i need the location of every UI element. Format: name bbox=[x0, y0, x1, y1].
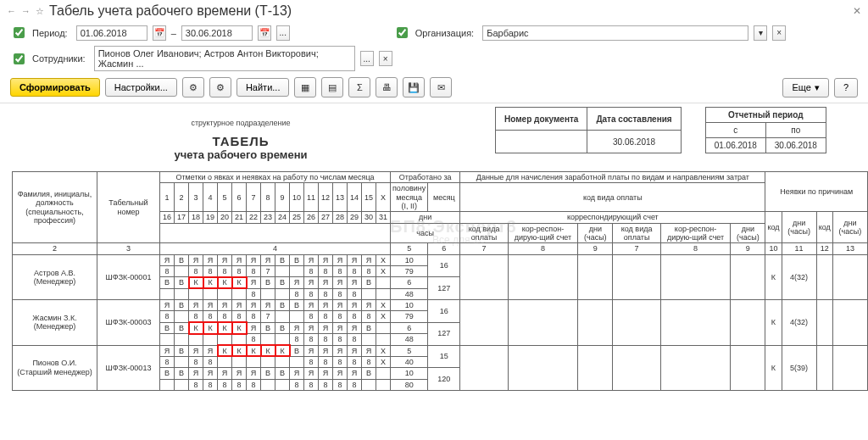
date-more-icon[interactable]: ... bbox=[276, 25, 290, 41]
settings-minus-icon[interactable]: ⚙ bbox=[209, 77, 231, 97]
find-button[interactable]: Найти... bbox=[236, 78, 290, 97]
settings-plus-icon[interactable]: ⚙ bbox=[182, 77, 204, 97]
day-cell: Я bbox=[189, 254, 203, 265]
day-cell: Я bbox=[160, 254, 175, 265]
mail-icon[interactable]: ✉ bbox=[430, 77, 452, 97]
day-cell: Я bbox=[333, 277, 348, 288]
day-cell bbox=[189, 288, 203, 299]
settings-button[interactable]: Настройки... bbox=[105, 78, 177, 97]
abs-code-cell2 bbox=[816, 300, 832, 345]
org-checkbox[interactable] bbox=[397, 27, 408, 38]
day-cell: Я bbox=[319, 300, 333, 311]
day-cell: Я bbox=[218, 368, 232, 379]
emp-input[interactable]: Пионов Олег Иванович; Астров Антон Викто… bbox=[94, 46, 355, 71]
day-cell bbox=[376, 322, 391, 333]
day-cell: Я bbox=[362, 254, 376, 265]
title-bar: ← → ☆ Табель учета рабочего времени (Т-1… bbox=[0, 0, 868, 22]
day-header: 8 bbox=[261, 183, 275, 212]
day-cell: К bbox=[232, 322, 247, 333]
expand-icon[interactable]: ▦ bbox=[294, 77, 316, 97]
doc-meta-table: Номер документаДата составления 30.06.20… bbox=[495, 107, 682, 153]
abs-val-cell: 4(32) bbox=[782, 254, 816, 299]
day-cell bbox=[261, 288, 275, 299]
emp-name: Пионов О.И. (Старший менеджер) bbox=[13, 345, 97, 390]
day-cell: 8 bbox=[362, 311, 376, 322]
org-dropdown-icon[interactable]: ▾ bbox=[754, 25, 767, 41]
abs-code-cell: К bbox=[765, 345, 782, 390]
colnum: 4 bbox=[160, 243, 391, 254]
period-meta-table: Отчетный период спо 01.06.201830.06.2018 bbox=[705, 107, 826, 153]
calendar-from-icon[interactable]: 📅 bbox=[153, 25, 166, 41]
day-cell bbox=[261, 356, 275, 367]
day-cell: Я bbox=[290, 277, 304, 288]
pay-cell bbox=[660, 254, 730, 299]
struct-label: структурное подразделение bbox=[12, 119, 470, 127]
day-cell: 8 bbox=[304, 311, 319, 322]
calendar-to-icon[interactable]: 📅 bbox=[258, 25, 271, 41]
day-cell: В bbox=[175, 368, 189, 379]
org-clear-icon[interactable]: × bbox=[772, 25, 786, 41]
colnum: 8 bbox=[508, 243, 577, 254]
pay-cell bbox=[508, 300, 577, 345]
save-icon[interactable]: 💾 bbox=[403, 77, 425, 97]
day-cell bbox=[160, 379, 175, 390]
day-cell bbox=[376, 277, 391, 288]
half-cell: 48 bbox=[391, 334, 428, 345]
day-cell: Я bbox=[319, 254, 333, 265]
header-tabno: Табельный номер bbox=[97, 172, 160, 243]
date-from-input[interactable]: 01.06.2018 bbox=[76, 25, 147, 41]
half-cell: 10 bbox=[391, 368, 428, 379]
pay-cell bbox=[660, 300, 730, 345]
day-cell: 8 bbox=[247, 266, 261, 277]
date-to-input[interactable]: 30.06.2018 bbox=[181, 25, 253, 41]
emp-clear-icon[interactable]: × bbox=[379, 51, 392, 66]
back-icon[interactable]: ← bbox=[7, 6, 16, 16]
header-paycode: код вида оплаты bbox=[460, 183, 765, 212]
doc-title: ТАБЕЛЬ bbox=[12, 134, 470, 148]
period-label: Период: bbox=[32, 28, 68, 38]
day-cell: 8 bbox=[189, 266, 203, 277]
emp-name: Жасмин З.К. (Менеджер) bbox=[13, 300, 97, 345]
day-cell: X bbox=[376, 311, 391, 322]
close-icon[interactable]: ✕ bbox=[853, 5, 861, 17]
emp-more-icon[interactable]: ... bbox=[360, 51, 374, 66]
day-cell: 8 bbox=[333, 379, 348, 390]
day-cell: В bbox=[160, 368, 175, 379]
half-cell: 6 bbox=[391, 277, 428, 288]
day-header: 7 bbox=[247, 183, 261, 212]
day-cell: В bbox=[362, 368, 376, 379]
star-icon[interactable]: ☆ bbox=[36, 6, 44, 17]
day-cell: Я bbox=[261, 300, 275, 311]
org-input[interactable]: Барбарис bbox=[482, 25, 748, 41]
day-cell: Я bbox=[304, 300, 319, 311]
day-cell: В bbox=[160, 322, 175, 333]
collapse-icon[interactable]: ▤ bbox=[321, 77, 343, 97]
day-cell: Я bbox=[290, 368, 304, 379]
colnum: 9 bbox=[578, 243, 613, 254]
day-cell: 8 bbox=[333, 266, 348, 277]
forward-icon[interactable]: → bbox=[21, 6, 31, 16]
more-button[interactable]: Еще ▾ bbox=[782, 78, 828, 97]
day-header: 24 bbox=[275, 212, 290, 223]
day-header: 28 bbox=[333, 212, 348, 223]
day-cell: X bbox=[376, 254, 391, 265]
day-cell: Я bbox=[348, 254, 362, 265]
day-header: 16 bbox=[160, 212, 175, 223]
emp-checkbox[interactable] bbox=[14, 53, 25, 64]
sigma-icon[interactable]: Σ bbox=[348, 77, 370, 97]
day-cell: 8 bbox=[203, 266, 218, 277]
generate-button[interactable]: Сформировать bbox=[10, 78, 100, 97]
day-cell: Я bbox=[290, 322, 304, 333]
day-cell: 8 bbox=[348, 356, 362, 367]
period-checkbox[interactable] bbox=[14, 27, 25, 38]
day-cell: Я bbox=[362, 300, 376, 311]
day-cell: Я bbox=[348, 300, 362, 311]
colnum: 8 bbox=[660, 243, 730, 254]
day-cell bbox=[232, 356, 247, 367]
print-icon[interactable]: 🖶 bbox=[376, 77, 398, 97]
day-cell bbox=[362, 334, 376, 345]
help-button[interactable]: ? bbox=[834, 78, 858, 97]
day-cell: В bbox=[362, 277, 376, 288]
day-header: 13 bbox=[333, 183, 348, 212]
month-cell: 16 bbox=[428, 254, 460, 277]
